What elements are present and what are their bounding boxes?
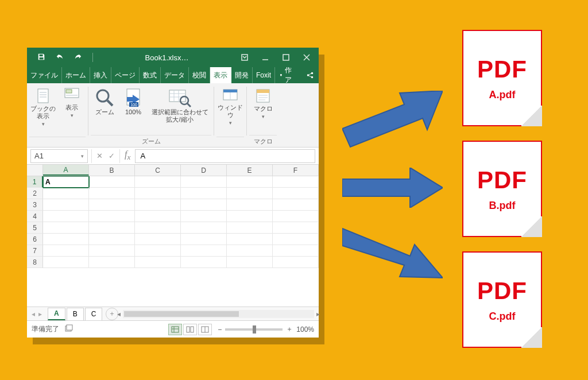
cell[interactable]: [227, 257, 273, 268]
scroll-thumb[interactable]: [124, 311, 239, 317]
cell[interactable]: [273, 257, 319, 268]
row-header-4[interactable]: 4: [27, 211, 43, 222]
row-header-1[interactable]: 1: [27, 176, 43, 188]
col-header-C[interactable]: C: [135, 165, 181, 176]
cell[interactable]: [227, 222, 273, 234]
row-header-7[interactable]: 7: [27, 245, 43, 257]
cell[interactable]: [181, 199, 227, 211]
tab-review[interactable]: 校閲: [189, 67, 210, 83]
ribbon-options-icon[interactable]: [241, 53, 249, 61]
view-normal[interactable]: [168, 324, 182, 335]
cell[interactable]: [181, 176, 227, 188]
cancel-icon[interactable]: ✕: [96, 152, 103, 160]
cell[interactable]: [43, 211, 89, 222]
close-icon[interactable]: [303, 53, 311, 61]
cell[interactable]: [43, 199, 89, 211]
col-header-B[interactable]: B: [89, 165, 135, 176]
cell[interactable]: [181, 245, 227, 257]
enter-icon[interactable]: ✓: [109, 152, 115, 160]
name-box[interactable]: A1 ▾: [30, 149, 88, 163]
cell[interactable]: [89, 176, 135, 188]
cell[interactable]: [181, 211, 227, 222]
cell[interactable]: [89, 199, 135, 211]
cell[interactable]: [227, 188, 273, 199]
share-button[interactable]: [300, 67, 320, 83]
cell[interactable]: [89, 257, 135, 268]
scroll-right-icon[interactable]: ▸: [314, 310, 322, 318]
cell[interactable]: [135, 211, 181, 222]
view-page-break[interactable]: [198, 324, 212, 335]
cell[interactable]: [135, 234, 181, 245]
macro-record-icon[interactable]: [65, 324, 74, 334]
col-header-E[interactable]: E: [227, 165, 273, 176]
row-header-3[interactable]: 3: [27, 199, 43, 211]
zoom-button[interactable]: ズーム: [91, 86, 118, 97]
cell[interactable]: [273, 211, 319, 222]
cell[interactable]: [273, 245, 319, 257]
minimize-icon[interactable]: [261, 53, 269, 61]
window-button[interactable]: ウィンドウ ▾: [216, 86, 244, 97]
cell[interactable]: [135, 188, 181, 199]
spreadsheet-grid[interactable]: A B C D E F 1A 2 3 4 5 6 7 8: [27, 165, 319, 307]
cell[interactable]: [135, 176, 181, 188]
tab-page[interactable]: ページ: [111, 67, 140, 83]
cell[interactable]: [135, 245, 181, 257]
cell[interactable]: [89, 245, 135, 257]
cell[interactable]: [181, 222, 227, 234]
formula-input[interactable]: A: [135, 149, 315, 163]
sheet-tab-A[interactable]: A: [48, 308, 65, 320]
tab-formula[interactable]: 数式: [140, 67, 161, 83]
row-header-2[interactable]: 2: [27, 188, 43, 199]
horizontal-scrollbar[interactable]: ◂ ▸: [123, 310, 314, 318]
view-page-layout[interactable]: [183, 324, 197, 335]
cell[interactable]: [181, 188, 227, 199]
cell[interactable]: [273, 199, 319, 211]
tab-file[interactable]: ファイル: [27, 67, 62, 83]
workbook-views-button[interactable]: ブックの 表示 ▾: [29, 86, 57, 97]
cell[interactable]: [273, 188, 319, 199]
cell[interactable]: [89, 188, 135, 199]
sheet-tab-B[interactable]: B: [67, 308, 84, 320]
row-header-8[interactable]: 8: [27, 257, 43, 268]
macro-button[interactable]: マクロ ▾: [249, 86, 277, 97]
scroll-left-icon[interactable]: ◂: [115, 310, 123, 318]
sheet-nav[interactable]: ◂▸: [27, 310, 47, 318]
cell[interactable]: [181, 257, 227, 268]
tab-home[interactable]: ホーム: [62, 67, 90, 83]
select-all-corner[interactable]: [27, 165, 43, 176]
tab-insert[interactable]: 挿入: [90, 67, 111, 83]
cell[interactable]: [135, 257, 181, 268]
tell-me[interactable]: 操作アシ: [275, 67, 300, 83]
zoom-out-button[interactable]: −: [218, 325, 222, 334]
col-header-A[interactable]: A: [43, 165, 89, 176]
cell[interactable]: [273, 176, 319, 188]
tab-dev[interactable]: 開発: [231, 67, 253, 83]
zoom-knob[interactable]: [253, 325, 256, 334]
tab-data[interactable]: データ: [161, 67, 189, 83]
zoom-slider[interactable]: [225, 328, 283, 331]
cell[interactable]: [43, 188, 89, 199]
col-header-F[interactable]: F: [273, 165, 319, 176]
zoom-100-button[interactable]: 100 100%: [119, 86, 147, 97]
cell[interactable]: [227, 245, 273, 257]
tab-foxit[interactable]: Foxit: [253, 67, 275, 83]
redo-icon[interactable]: [74, 53, 82, 63]
cell[interactable]: [89, 234, 135, 245]
cell-A1[interactable]: A: [43, 176, 89, 188]
cell[interactable]: [227, 234, 273, 245]
cell[interactable]: [135, 222, 181, 234]
cell[interactable]: [43, 234, 89, 245]
undo-icon[interactable]: [56, 53, 64, 63]
maximize-icon[interactable]: [282, 53, 290, 61]
cell[interactable]: [273, 234, 319, 245]
cell[interactable]: [43, 222, 89, 234]
row-header-5[interactable]: 5: [27, 222, 43, 234]
cell[interactable]: [89, 211, 135, 222]
cell[interactable]: [273, 222, 319, 234]
zoom-selection-button[interactable]: 選択範囲に合わせて 拡大/縮小: [148, 86, 211, 97]
zoom-in-button[interactable]: ＋: [286, 324, 293, 334]
show-button[interactable]: 表示 ▾: [58, 86, 86, 97]
cell[interactable]: [227, 176, 273, 188]
cell[interactable]: [227, 211, 273, 222]
cell[interactable]: [227, 199, 273, 211]
